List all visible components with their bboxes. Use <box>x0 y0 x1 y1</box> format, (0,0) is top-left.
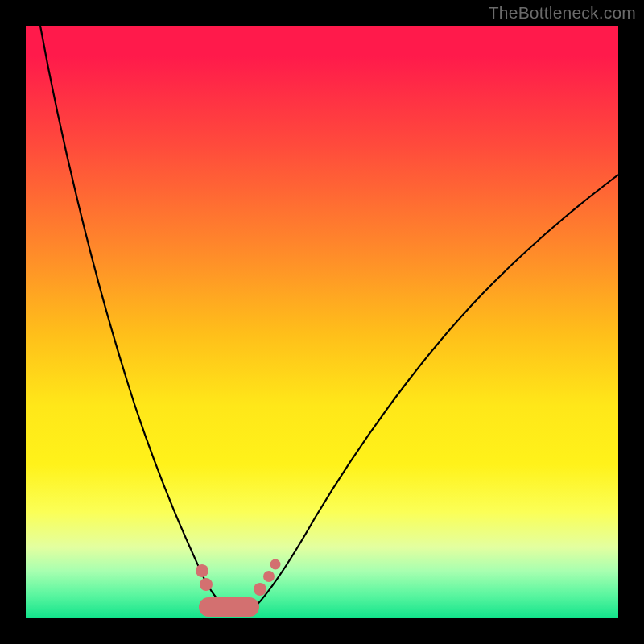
marker-dot <box>263 571 275 582</box>
bottleneck-curve-left <box>40 26 231 613</box>
marker-dot <box>254 583 266 596</box>
watermark-text: TheBottleneck.com <box>489 3 636 23</box>
valley-marker-bar <box>199 597 259 617</box>
marker-dot <box>196 564 208 577</box>
curve-layer <box>26 26 618 618</box>
marker-dot <box>200 578 213 591</box>
chart-frame: TheBottleneck.com <box>0 0 644 644</box>
bottleneck-curve-right <box>248 175 618 613</box>
plot-area <box>26 26 618 618</box>
marker-dot <box>270 559 281 570</box>
